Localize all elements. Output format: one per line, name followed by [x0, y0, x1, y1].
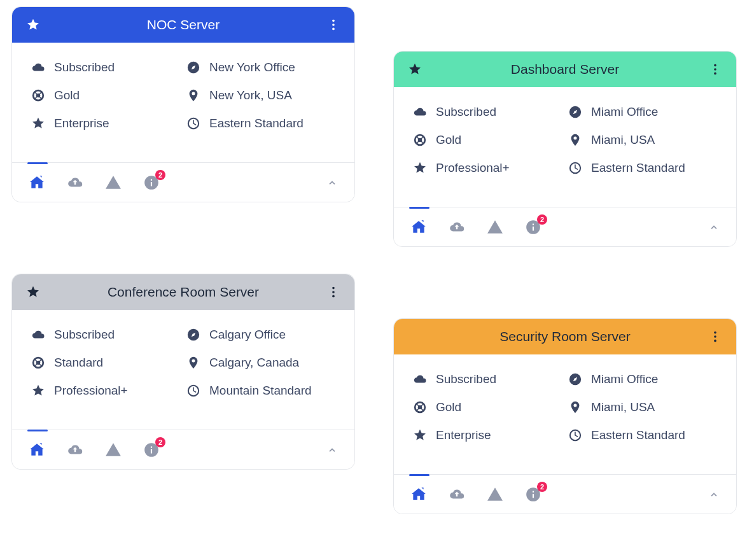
info-office: Miami Office: [568, 372, 717, 386]
tab-alerts[interactable]: [104, 442, 123, 458]
tab-home[interactable]: [27, 174, 46, 191]
card-body: Subscribed New York Office Gold New York…: [12, 43, 354, 162]
clock-icon: [186, 116, 200, 130]
tab-info[interactable]: 2: [142, 442, 161, 458]
info-label: Subscribed: [436, 372, 496, 386]
star-icon[interactable]: [408, 62, 422, 76]
info-label: Eastern Standard: [209, 116, 304, 130]
card-footer: 2: [394, 207, 736, 246]
card-footer: 2: [12, 162, 354, 202]
compass-icon: [568, 372, 582, 386]
tab-alerts[interactable]: [485, 219, 505, 235]
tab-info[interactable]: 2: [524, 486, 543, 503]
clock-icon: [568, 428, 582, 442]
server-card-noc: NOC Server Subscribed New York Office Go…: [11, 6, 355, 202]
star-icon[interactable]: [26, 285, 40, 299]
card-body: Subscribed Miami Office Gold Miami, USA …: [394, 354, 736, 474]
info-support: Gold: [413, 133, 562, 147]
pin-icon: [186, 88, 200, 102]
compass-icon: [186, 328, 200, 342]
star-icon[interactable]: [26, 18, 40, 32]
info-location: New York, USA: [186, 88, 335, 102]
tab-alerts[interactable]: [485, 486, 505, 503]
info-label: Miami Office: [591, 372, 658, 386]
info-timezone: Eastern Standard: [568, 161, 717, 175]
info-label: Miami, USA: [591, 400, 655, 414]
card-header: Security Room Server: [394, 319, 736, 354]
info-label: Eastern Standard: [591, 428, 685, 442]
info-office: New York Office: [186, 60, 335, 74]
collapse-toggle-icon[interactable]: [325, 443, 339, 457]
info-location: Calgary, Canada: [186, 356, 335, 370]
cloud-icon: [31, 60, 45, 74]
card-header: Dashboard Server: [394, 52, 736, 87]
footer-tabs: 2: [409, 219, 543, 235]
collapse-toggle-icon[interactable]: [707, 487, 721, 501]
info-label: New York, USA: [209, 88, 292, 102]
clock-icon: [186, 384, 200, 398]
info-label: Miami, USA: [591, 133, 655, 147]
info-label: Miami Office: [591, 105, 658, 119]
info-timezone: Mountain Standard: [186, 384, 335, 398]
info-badge: 2: [155, 437, 165, 447]
info-plan: Enterprise: [413, 428, 562, 442]
info-label: Professional+: [54, 384, 128, 398]
info-label: Subscribed: [436, 105, 496, 119]
tab-upload[interactable]: [447, 486, 466, 503]
info-label: Subscribed: [54, 328, 115, 342]
server-card-security: Security Room Server Subscribed Miami Of…: [393, 318, 737, 514]
star-icon: [413, 161, 427, 175]
star-icon: [31, 384, 45, 398]
info-plan: Professional+: [413, 161, 562, 175]
tab-home[interactable]: [409, 486, 428, 503]
info-label: Eastern Standard: [591, 161, 685, 175]
tab-active-indicator: [409, 474, 429, 476]
collapse-toggle-icon[interactable]: [707, 220, 721, 234]
star-icon: [413, 428, 427, 442]
info-label: Calgary, Canada: [209, 356, 299, 370]
tab-info[interactable]: 2: [524, 219, 543, 235]
pin-icon: [568, 400, 582, 414]
info-subscription: Subscribed: [413, 105, 562, 119]
info-badge: 2: [537, 214, 547, 225]
info-support: Standard: [31, 356, 180, 370]
info-location: Miami, USA: [568, 133, 717, 147]
more-menu-icon[interactable]: [708, 62, 722, 76]
info-plan: Professional+: [31, 384, 180, 398]
card-body: Subscribed Calgary Office Standard Calga…: [12, 310, 354, 430]
tab-home[interactable]: [409, 219, 428, 235]
tab-home[interactable]: [27, 442, 46, 458]
info-support: Gold: [413, 400, 562, 414]
server-card-conference: Conference Room Server Subscribed Calgar…: [11, 274, 355, 470]
tab-upload[interactable]: [66, 174, 85, 191]
compass-icon: [568, 105, 582, 119]
more-menu-icon[interactable]: [326, 18, 340, 32]
card-footer: 2: [12, 430, 354, 469]
info-label: Mountain Standard: [209, 384, 312, 398]
tab-upload[interactable]: [66, 442, 85, 458]
more-menu-icon[interactable]: [326, 285, 340, 299]
info-label: Gold: [54, 88, 80, 102]
tab-alerts[interactable]: [104, 174, 123, 191]
tab-upload[interactable]: [447, 219, 466, 235]
footer-tabs: 2: [27, 442, 161, 458]
tab-active-indicator: [27, 430, 48, 431]
info-badge: 2: [155, 170, 165, 180]
info-location: Miami, USA: [568, 400, 717, 414]
cloud-icon: [31, 328, 45, 342]
card-header: NOC Server: [12, 7, 354, 43]
info-label: New York Office: [209, 60, 295, 74]
info-timezone: Eastern Standard: [568, 428, 717, 442]
cloud-icon: [413, 105, 427, 119]
card-footer: 2: [394, 474, 736, 514]
cloud-icon: [413, 372, 427, 386]
info-subscription: Subscribed: [413, 372, 562, 386]
info-office: Miami Office: [568, 105, 717, 119]
collapse-toggle-icon[interactable]: [325, 176, 339, 190]
pin-icon: [568, 133, 582, 147]
info-label: Gold: [436, 133, 461, 147]
more-menu-icon[interactable]: [708, 330, 722, 344]
info-label: Standard: [54, 356, 103, 370]
info-label: Professional+: [436, 161, 510, 175]
tab-info[interactable]: 2: [142, 174, 161, 191]
